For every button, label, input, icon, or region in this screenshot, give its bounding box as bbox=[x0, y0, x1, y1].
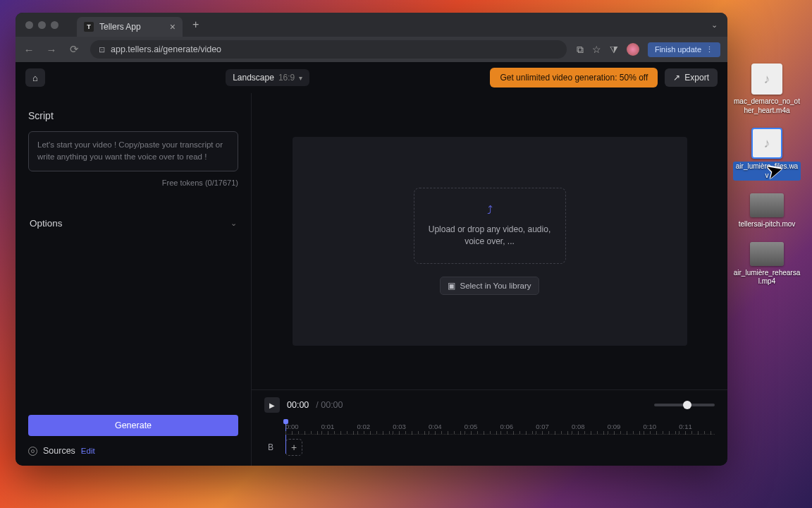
audio-file-icon: ♪ bbox=[751, 64, 782, 95]
browser-toolbar: ← → ⟳ ⊡ app.tellers.ai/generate/video ⧉ … bbox=[16, 37, 727, 62]
video-thumb-icon bbox=[750, 242, 784, 266]
video-thumb-icon bbox=[750, 193, 784, 217]
new-tab-button[interactable]: + bbox=[187, 18, 204, 31]
file-name: tellersai-pitch.mov bbox=[739, 220, 796, 229]
minimize-window-dot[interactable] bbox=[38, 21, 46, 29]
address-bar[interactable]: ⊡ app.tellers.ai/generate/video bbox=[90, 40, 567, 59]
promo-banner[interactable]: Get unlimited video generation: 50% off bbox=[490, 68, 658, 87]
timeline-track: B + bbox=[264, 439, 715, 456]
profile-avatar[interactable] bbox=[627, 43, 639, 56]
close-window-dot[interactable] bbox=[25, 21, 33, 29]
browser-tabstrip: T Tellers App × + ⌄ bbox=[16, 13, 727, 37]
ruler-tick: 0:06 bbox=[500, 423, 536, 430]
export-button[interactable]: ↗ Export bbox=[665, 68, 718, 87]
timeline-ruler[interactable]: 0:000:010:020:030:040:050:060:070:080:09… bbox=[264, 423, 715, 430]
finish-update-button[interactable]: Finish update ⋮ bbox=[648, 42, 720, 57]
select-library-button[interactable]: ▣ Select in You library bbox=[440, 277, 539, 295]
file-name: air_lumière_files.wav bbox=[733, 162, 801, 181]
file-name: mac_demarco_no_other_heart.m4a bbox=[733, 97, 801, 115]
maximize-window-dot[interactable] bbox=[51, 21, 59, 29]
desktop-file[interactable]: ♪air_lumière_files.wav bbox=[733, 128, 801, 181]
browser-window: T Tellers App × + ⌄ ← → ⟳ ⊡ app.tellers.… bbox=[16, 13, 727, 466]
time-total: / 00:00 bbox=[316, 400, 343, 410]
tellers-app: ⌂ Landscape 16:9 ▾ Get unlimited video g… bbox=[16, 62, 727, 466]
aspect-ratio-selector[interactable]: Landscape 16:9 ▾ bbox=[226, 69, 309, 86]
back-button[interactable]: ← bbox=[23, 44, 35, 56]
bookmark-icon[interactable]: ☆ bbox=[592, 44, 601, 55]
ruler-tick: 0:08 bbox=[572, 423, 608, 430]
ruler-tick: 0:09 bbox=[608, 423, 644, 430]
track-label: B bbox=[264, 442, 277, 452]
upload-dropzone[interactable]: ⤴ Upload or drop any video, audio, voice… bbox=[414, 188, 566, 265]
desktop-file[interactable]: air_lumière_rehearsal.mp4 bbox=[733, 242, 801, 286]
sources-row: Sources Edit bbox=[28, 446, 238, 456]
video-stage: ⤴ Upload or drop any video, audio, voice… bbox=[293, 137, 687, 346]
token-counter: Free tokens (0/17671) bbox=[28, 179, 238, 187]
export-icon: ↗ bbox=[673, 73, 680, 83]
app-topbar: ⌂ Landscape 16:9 ▾ Get unlimited video g… bbox=[16, 62, 727, 93]
ruler-tick: 0:11 bbox=[679, 423, 715, 430]
generate-button[interactable]: Generate bbox=[28, 415, 238, 436]
script-textarea[interactable]: Let's start your video ! Copy/paste your… bbox=[28, 131, 238, 171]
canvas-area: ⤴ Upload or drop any video, audio, voice… bbox=[252, 93, 727, 389]
ruler-tick: 0:04 bbox=[429, 423, 465, 430]
script-heading: Script bbox=[28, 110, 238, 121]
desktop-file[interactable]: ♪mac_demarco_no_other_heart.m4a bbox=[733, 64, 801, 115]
reload-button[interactable]: ⟳ bbox=[68, 43, 80, 56]
url-text: app.tellers.ai/generate/video bbox=[111, 44, 221, 54]
tab-overflow-icon[interactable]: ⌄ bbox=[707, 20, 722, 30]
upload-icon: ⤴ bbox=[487, 204, 493, 217]
ruler-tick: 0:05 bbox=[465, 423, 500, 430]
browser-tab[interactable]: T Tellers App × bbox=[77, 17, 183, 37]
file-name: air_lumière_rehearsal.mp4 bbox=[733, 269, 801, 286]
tab-favicon: T bbox=[84, 22, 94, 32]
sources-edit-link[interactable]: Edit bbox=[81, 447, 95, 455]
kebab-icon: ⋮ bbox=[706, 45, 713, 54]
chevron-down-icon: ⌄ bbox=[230, 219, 237, 228]
lock-icon: ⊡ bbox=[99, 45, 105, 54]
chevron-down-icon: ▾ bbox=[299, 74, 302, 82]
library-icon: ▣ bbox=[448, 281, 455, 291]
play-icon: ▶ bbox=[269, 401, 275, 409]
ruler-tick: 0:00 bbox=[285, 423, 321, 430]
timeline: ▶ 00:00 / 00:00 0:000:010:020:030:040:05… bbox=[252, 389, 727, 466]
window-traffic-lights[interactable] bbox=[25, 21, 59, 29]
tab-title: Tellers App bbox=[99, 22, 141, 32]
ruler-tick: 0:10 bbox=[644, 423, 679, 430]
main-panel: ⤴ Upload or drop any video, audio, voice… bbox=[252, 93, 727, 466]
ruler-tick: 0:02 bbox=[357, 423, 393, 430]
desktop-file[interactable]: tellersai-pitch.mov bbox=[733, 193, 801, 229]
desktop-background: T Tellers App × + ⌄ ← → ⟳ ⊡ app.tellers.… bbox=[0, 0, 812, 508]
ruler-tick: 0:03 bbox=[393, 423, 429, 430]
forward-button[interactable]: → bbox=[45, 44, 58, 56]
sidebar: Script Let's start your video ! Copy/pas… bbox=[16, 93, 252, 466]
home-button[interactable]: ⌂ bbox=[25, 68, 45, 87]
ruler-tick: 0:07 bbox=[536, 423, 572, 430]
zoom-slider[interactable] bbox=[654, 404, 715, 406]
add-clip-button[interactable]: + bbox=[285, 439, 302, 456]
extensions-icon[interactable]: ⧩ bbox=[610, 44, 618, 56]
ruler-tick: 0:01 bbox=[321, 423, 357, 430]
sources-icon bbox=[28, 447, 37, 456]
audio-file-icon: ♪ bbox=[751, 128, 782, 159]
time-current: 00:00 bbox=[287, 400, 309, 410]
options-accordion[interactable]: Options ⌄ bbox=[28, 215, 238, 231]
close-tab-icon[interactable]: × bbox=[170, 21, 176, 32]
install-app-icon[interactable]: ⧉ bbox=[577, 44, 584, 56]
home-icon: ⌂ bbox=[32, 73, 38, 83]
desktop-files: ♪mac_demarco_no_other_heart.m4a♪air_lumi… bbox=[733, 64, 801, 286]
play-button[interactable]: ▶ bbox=[264, 397, 280, 413]
